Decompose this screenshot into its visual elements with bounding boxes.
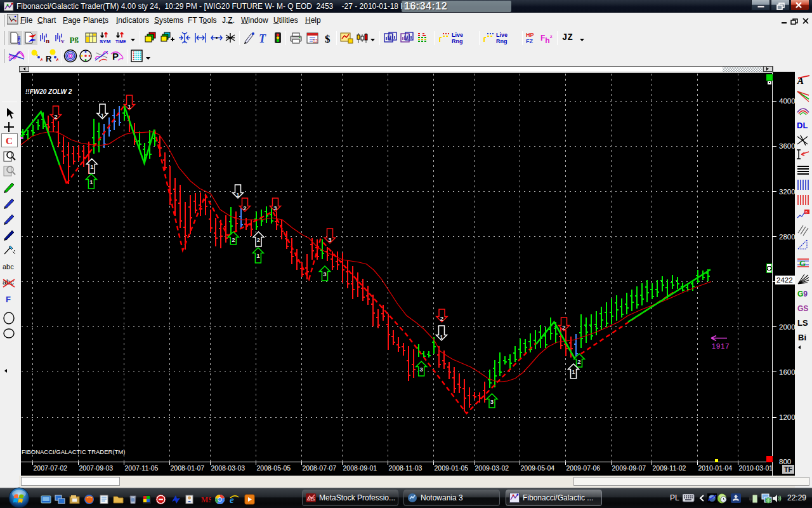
svg-text:2007-11-05: 2007-11-05: [125, 464, 159, 472]
svg-text:2008-11-03: 2008-11-03: [389, 464, 422, 472]
svg-text:1: 1: [128, 103, 131, 110]
svg-text:2: 2: [54, 113, 57, 120]
svg-text:2: 2: [440, 315, 443, 322]
svg-text:1: 1: [90, 163, 94, 170]
svg-text:2800: 2800: [779, 233, 796, 241]
svg-text:1: 1: [440, 333, 443, 340]
svg-text:2008-03-03: 2008-03-03: [211, 464, 246, 472]
svg-text:1: 1: [572, 368, 575, 375]
svg-text:2010-03-01: 2010-03-01: [739, 464, 773, 472]
svg-text:3200: 3200: [779, 188, 796, 196]
svg-text:1: 1: [256, 252, 260, 259]
svg-text:3: 3: [273, 204, 277, 211]
svg-text:800: 800: [779, 458, 791, 465]
svg-text:2: 2: [562, 324, 565, 331]
svg-text:2: 2: [577, 358, 580, 365]
svg-text:3: 3: [420, 366, 423, 373]
svg-text:2422: 2422: [776, 276, 793, 284]
svg-text:3600: 3600: [779, 142, 796, 150]
svg-text:2009-01-05: 2009-01-05: [435, 464, 469, 472]
svg-text:2: 2: [232, 236, 235, 243]
svg-text:2008-05-05: 2008-05-05: [257, 464, 291, 472]
svg-text:2007-07-02: 2007-07-02: [34, 464, 68, 472]
svg-text:3: 3: [328, 236, 331, 243]
svg-text:2009-09-07: 2009-09-07: [612, 464, 646, 472]
svg-text:2009-05-04: 2009-05-04: [521, 464, 555, 472]
svg-text:1: 1: [89, 178, 93, 185]
svg-text:2008-07-07: 2008-07-07: [303, 464, 337, 472]
svg-text:MS: MS: [308, 497, 315, 502]
svg-text:2000: 2000: [779, 323, 796, 331]
svg-text:4000: 4000: [779, 97, 796, 105]
svg-text:2009-07-06: 2009-07-06: [566, 464, 601, 472]
svg-text:1917: 1917: [712, 342, 730, 350]
svg-text:2009-03-02: 2009-03-02: [475, 464, 509, 472]
svg-text:1: 1: [101, 112, 105, 119]
svg-text:!!FW20 ZOLW 2: !!FW20 ZOLW 2: [25, 88, 72, 95]
svg-text:2: 2: [257, 236, 260, 243]
svg-text:MS: MS: [201, 495, 211, 504]
svg-text:FIBONACCI/GALACTIC TRADER(TM): FIBONACCI/GALACTIC TRADER(TM): [22, 448, 125, 455]
svg-text:2: 2: [243, 204, 246, 211]
svg-text:TF: TF: [784, 465, 792, 473]
svg-text:3: 3: [490, 398, 494, 405]
svg-text:1200: 1200: [779, 413, 796, 421]
svg-text:2010-01-04: 2010-01-04: [698, 464, 733, 472]
svg-text:2009-11-02: 2009-11-02: [653, 464, 686, 472]
svg-text:2008-01-07: 2008-01-07: [171, 464, 205, 472]
svg-text:3: 3: [323, 271, 326, 277]
svg-text:1: 1: [236, 191, 240, 198]
svg-text:1600: 1600: [779, 368, 796, 376]
svg-text:2008-09-01: 2008-09-01: [343, 464, 377, 472]
svg-text:2007-09-03: 2007-09-03: [79, 464, 114, 472]
